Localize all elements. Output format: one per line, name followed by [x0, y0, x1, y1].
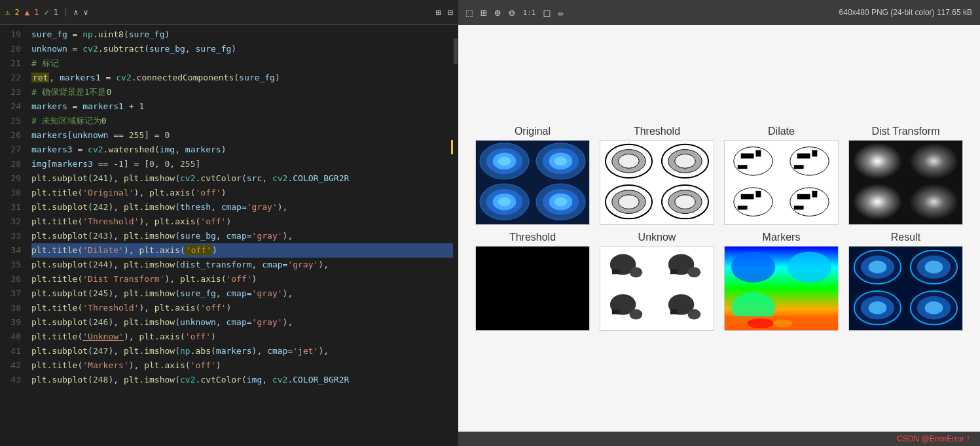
svg-point-31 [734, 147, 772, 175]
threshold-svg [600, 140, 714, 225]
image-info: 640x480 PNG (24-bit color) 117.65 kB [839, 8, 972, 17]
label-original: Original [515, 126, 551, 137]
image-cell-result: Result [848, 232, 963, 331]
watermark: CSDN @ErrorError！ [897, 434, 972, 445]
svg-rect-42 [738, 206, 748, 210]
svg-point-72 [773, 319, 793, 327]
code-line-20: unknown = cv2.subtract(sure_bg, sure_fg) [31, 42, 453, 56]
code-line-33: plt.subplot(243), plt.imshow(sure_bg, cm… [31, 229, 453, 243]
svg-rect-45 [812, 191, 817, 197]
code-content[interactable]: sure_fg = np.uint8(sure_fg) unknown = cv… [26, 25, 453, 446]
result-svg [849, 246, 962, 331]
svg-rect-36 [797, 154, 810, 159]
warning-indicator[interactable]: ⚠ 2 [5, 8, 20, 17]
image-cell-unknow: Unknow [600, 232, 714, 331]
code-line-19: sure_fg = np.uint8(sure_fg) [31, 27, 453, 42]
code-line-37: plt.subplot(245), plt.imshow(sure_fg, cm… [31, 286, 453, 301]
code-line-21: # 标记 [31, 56, 453, 71]
code-line-39: plt.subplot(246), plt.imshow(unknown, cm… [31, 315, 453, 330]
svg-rect-46 [794, 206, 804, 210]
code-line-26: markers[unknown == 255] = 0 [31, 128, 453, 143]
code-line-35: plt.subplot(244), plt.imshow(dist_transf… [31, 258, 453, 272]
svg-point-59 [687, 267, 700, 277]
svg-point-26 [619, 195, 640, 209]
svg-point-68 [788, 252, 831, 283]
code-line-32: plt.title('Threshold'), plt.axis('off') [31, 214, 453, 229]
svg-point-20 [619, 154, 640, 169]
label-dilate: Dilate [768, 126, 795, 137]
svg-point-35 [790, 147, 829, 175]
code-line-36: plt.title('Dist Transform'), plt.axis('o… [31, 272, 453, 286]
image-cell-markers: Markers [724, 232, 839, 331]
toggle-icon[interactable]: ⊞ [435, 7, 441, 18]
svg-rect-44 [797, 194, 810, 199]
code-line-41: plt.subplot(247), plt.imshow(np.abs(mark… [31, 344, 453, 358]
code-line-31: plt.subplot(242), plt.imshow(thresh, cma… [31, 200, 453, 214]
svg-rect-34 [738, 165, 748, 169]
image-cell-original: Original [475, 126, 590, 225]
code-line-42: plt.title('Markers'), plt.axis('off') [31, 358, 453, 373]
image-cell-dist-transform: Dist Transform [848, 126, 963, 225]
code-line-38: plt.title('Threshold'), plt.axis('off') [31, 301, 453, 315]
image-grid: Original [475, 126, 963, 331]
right-scrollbar[interactable] [453, 25, 458, 446]
image-toolbar: ⬚ ⊞ ⊕ ⊖ 1:1 □ ✏ 640x480 PNG (24-bit colo… [458, 0, 980, 25]
bottom-bar: CSDN @ErrorError！ [458, 432, 980, 446]
window-icon[interactable]: □ [543, 7, 550, 19]
separator: | [64, 8, 68, 17]
image-result [848, 246, 963, 331]
arrow-down-icon[interactable]: ∨ [84, 8, 88, 17]
zoom-out-icon[interactable]: ⊖ [509, 7, 515, 19]
code-line-43: plt.subplot(248), plt.imshow(cv2.cvtColo… [31, 373, 453, 387]
svg-rect-64 [670, 309, 678, 315]
code-line-23: # 确保背景是1不是0 [31, 85, 453, 99]
image-threshold2 [475, 246, 590, 331]
code-line-34: plt.title('Dilate'), plt.axis('off') [31, 243, 453, 258]
code-line-40: plt.title('Unknow'), plt.axis('off') [31, 330, 453, 344]
svg-point-16 [554, 197, 568, 207]
svg-point-4 [498, 156, 511, 165]
zoom-in-icon[interactable]: ⊕ [494, 7, 501, 19]
svg-point-62 [629, 309, 642, 320]
label-threshold2: Threshold [509, 232, 556, 243]
svg-rect-38 [794, 165, 804, 169]
ok-indicator[interactable]: ✓ 1 [44, 8, 58, 17]
label-markers: Markers [763, 232, 801, 243]
image-original [475, 140, 590, 225]
svg-point-67 [731, 252, 775, 283]
svg-point-29 [675, 195, 696, 209]
svg-point-85 [925, 301, 943, 315]
dist-transform-svg [849, 140, 962, 225]
error-indicator[interactable]: ▲ 1 [25, 8, 39, 17]
code-toolbar: ⚠ 2 ▲ 1 ✓ 1 | ∧ ∨ ⊞ ⊟ [0, 0, 458, 25]
code-line-27: markers3 = cv2.watershed(img, markers) [31, 143, 453, 157]
code-line-24: markers = markers1 + 1 [31, 99, 453, 114]
svg-point-23 [675, 154, 696, 169]
label-threshold: Threshold [634, 126, 680, 137]
svg-point-71 [748, 318, 774, 328]
image-cell-dilate: Dilate [724, 126, 839, 225]
svg-rect-32 [741, 154, 754, 159]
grid-view-icon[interactable]: ⊞ [481, 7, 487, 19]
svg-rect-55 [612, 269, 620, 274]
code-line-22: ret, markers1 = cv2.connectedComponents(… [31, 71, 453, 85]
svg-rect-40 [741, 194, 754, 199]
fit-window-icon[interactable]: ⬚ [466, 7, 473, 19]
image-content: Original [458, 25, 980, 432]
threshold2-svg [476, 246, 589, 331]
image-cell-threshold2: Threshold [475, 232, 590, 331]
dilate-svg [725, 140, 838, 225]
code-line-30: plt.title('Original'), plt.axis('off') [31, 186, 453, 200]
svg-point-51 [909, 184, 958, 220]
code-line-25: # 未知区域标记为0 [31, 114, 453, 128]
pencil-icon[interactable]: ✏ [558, 7, 564, 19]
actual-size-icon[interactable]: 1:1 [523, 9, 536, 17]
svg-point-43 [790, 188, 829, 216]
label-result: Result [891, 232, 920, 243]
arrow-up-icon[interactable]: ∧ [73, 8, 78, 17]
grid-icon[interactable]: ⊟ [448, 7, 453, 18]
svg-point-56 [629, 267, 642, 277]
image-unknow [600, 246, 714, 331]
code-line-28: img[markers3 == -1] = [0, 0, 255] [31, 157, 453, 171]
code-line-29: plt.subplot(241), plt.imshow(cv2.cvtColo… [31, 171, 453, 186]
